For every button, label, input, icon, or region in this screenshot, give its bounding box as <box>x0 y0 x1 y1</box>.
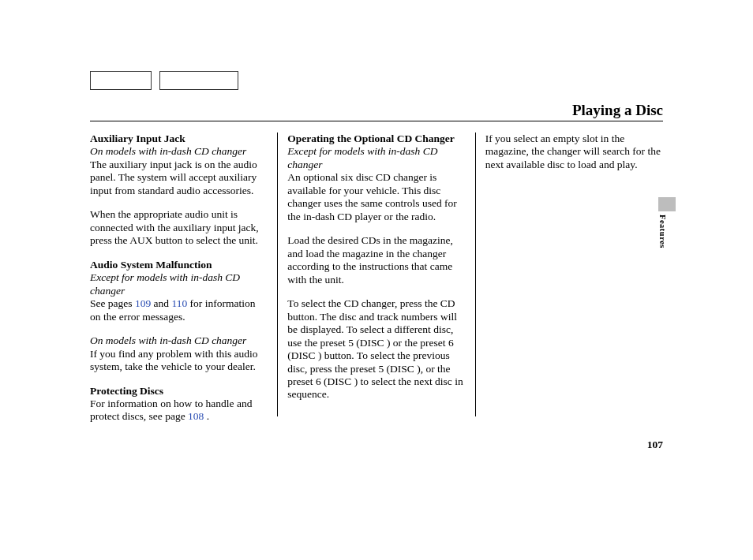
header-ghost-boxes <box>90 71 238 90</box>
aux-jack-note: On models with in-dash CD changer <box>90 145 268 158</box>
header-ghost-box-1 <box>90 71 152 90</box>
optional-changer-para-3: To select the CD changer, press the CD b… <box>287 297 465 401</box>
side-tab-features: Features <box>658 197 676 248</box>
title-row: Playing a Disc <box>90 97 663 121</box>
empty-slot-para: If you select an empty slot in the magaz… <box>485 133 663 171</box>
text-fragment: See pages <box>90 297 135 309</box>
page-link-108[interactable]: 108 <box>188 410 204 422</box>
side-tab-label: Features <box>658 215 667 248</box>
aux-jack-para-2: When the appropriate audio unit is conne… <box>90 208 268 247</box>
optional-changer-note: Except for models with in-dash CD change… <box>287 145 465 171</box>
page-title: Playing a Disc <box>572 102 663 119</box>
page-link-109[interactable]: 109 <box>135 297 151 309</box>
malfunction-para-1: See pages 109 and 110 for information on… <box>90 297 268 323</box>
page-link-110[interactable]: 110 <box>171 297 187 309</box>
text-fragment: . <box>204 410 209 422</box>
text-fragment: For information on how to handle and pro… <box>90 398 252 422</box>
aux-jack-heading: Auxiliary Input Jack <box>90 133 268 145</box>
malfunction-note: Except for models with in-dash CD change… <box>90 271 268 297</box>
malfunction-heading: Audio System Malfunction <box>90 259 268 271</box>
side-tab-block <box>658 197 676 211</box>
malfunction-note-2: On models with in-dash CD changer <box>90 334 268 347</box>
content-columns: Auxiliary Input Jack On models with in-d… <box>90 133 663 416</box>
column-1: Auxiliary Input Jack On models with in-d… <box>90 133 277 416</box>
protecting-heading: Protecting Discs <box>90 385 268 398</box>
optional-changer-para-2: Load the desired CDs in the magazine, an… <box>287 234 465 286</box>
page: Playing a Disc Auxiliary Input Jack On m… <box>0 0 753 560</box>
protecting-para: For information on how to handle and pro… <box>90 398 268 424</box>
malfunction-para-2: If you find any problem with this audio … <box>90 348 268 374</box>
column-3: If you select an empty slot in the magaz… <box>475 133 663 416</box>
column-2: Operating the Optional CD Changer Except… <box>277 133 474 416</box>
optional-changer-heading: Operating the Optional CD Changer <box>287 133 465 145</box>
aux-jack-para-1: The auxiliary input jack is on the audio… <box>90 159 268 197</box>
optional-changer-para-1: An optional six disc CD changer is avail… <box>287 171 465 223</box>
header-ghost-box-2 <box>159 71 238 90</box>
text-fragment: and <box>151 297 171 309</box>
page-number: 107 <box>647 439 663 451</box>
